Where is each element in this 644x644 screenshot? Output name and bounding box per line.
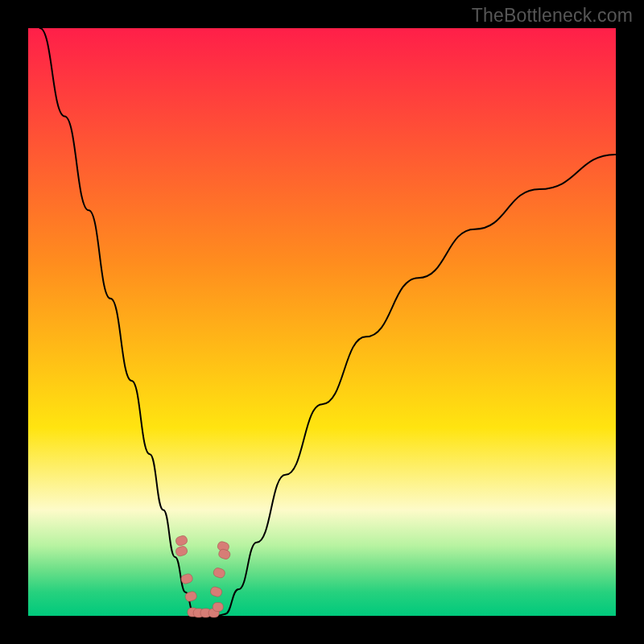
bottleneck-chart	[0, 0, 644, 644]
chart-stage: { "watermark": "TheBottleneck.com", "col…	[0, 0, 644, 644]
marker-stub	[213, 603, 223, 612]
watermark-label: TheBottleneck.com	[472, 5, 633, 27]
plot-background	[28, 28, 616, 616]
